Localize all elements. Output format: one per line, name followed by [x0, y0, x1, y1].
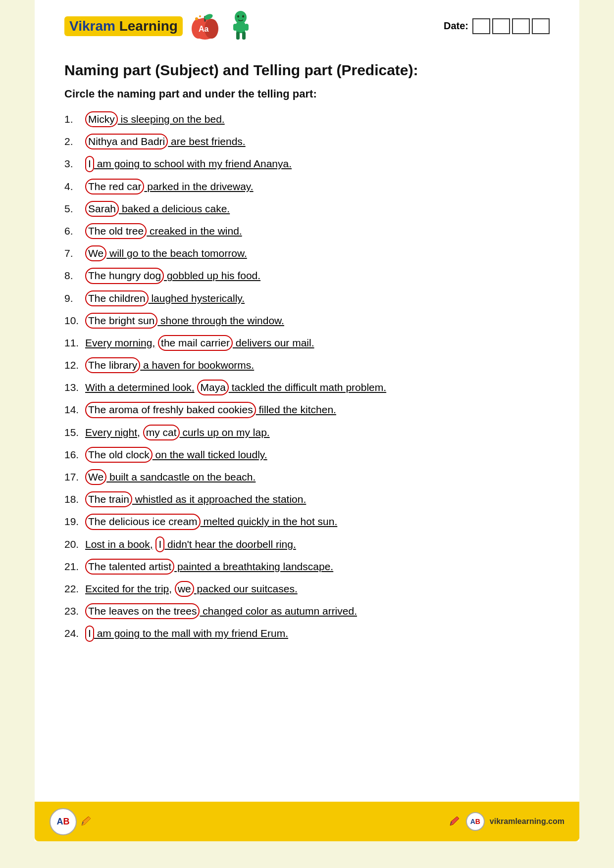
list-item: 14. The aroma of freshly baked cookies f…	[64, 402, 550, 418]
svg-rect-10	[233, 24, 237, 31]
predicate-underline: painted a breathtaking landscape.	[174, 561, 333, 572]
predicate-underline: are best friends.	[168, 136, 245, 147]
list-item: 5. Sarah baked a delicious cake.	[64, 201, 550, 217]
item-text: The leaves on the trees changed color as…	[85, 603, 550, 619]
item-num: 2.	[64, 134, 82, 149]
list-item: 22. Excited for the trip, we packed our …	[64, 581, 550, 597]
subject-circle: The train	[85, 491, 132, 507]
item-num: 19.	[64, 514, 82, 530]
list-item: 19. The delicious ice cream melted quick…	[64, 514, 550, 530]
subject-circle: we	[175, 581, 194, 597]
subject-circle: The leaves on the trees	[85, 603, 200, 619]
item-num: 8.	[64, 268, 82, 284]
subject-circle: I	[85, 626, 94, 641]
predicate-part1-underline: Every morning,	[85, 337, 155, 348]
item-text: We built a sandcastle on the beach.	[85, 469, 550, 485]
footer-ab-badge: A B	[50, 808, 77, 835]
svg-point-6	[195, 17, 198, 20]
item-text: Nithya and Badri are best friends.	[85, 134, 550, 149]
date-boxes	[472, 18, 550, 34]
date-box-4[interactable]	[532, 18, 550, 34]
subject-circle: The library	[85, 357, 140, 373]
predicate-part2-underline: packed our suitcases.	[194, 583, 298, 594]
list-item: 17. We built a sandcastle on the beach.	[64, 469, 550, 485]
logo-learning-text: Learning	[119, 18, 178, 34]
item-text: The red car parked in the driveway.	[85, 179, 550, 194]
item-num: 9.	[64, 290, 82, 306]
item-list: 1. Micky is sleeping on the bed. 2. Nith…	[64, 111, 550, 642]
predicate-part2-underline: didn't hear the doorbell ring.	[164, 538, 296, 550]
svg-point-15	[242, 15, 244, 18]
main-title: Naming part (Subject) and Telling part (…	[64, 62, 550, 79]
logo-block: Vikram Learning Aa	[64, 10, 255, 42]
svg-point-7	[199, 15, 201, 17]
date-label: Date:	[444, 20, 468, 32]
item-text: I am going to school with my friend Anan…	[85, 156, 550, 172]
predicate-part2-underline: tackled the difficult math problem.	[229, 382, 386, 393]
item-text: The old tree creaked in the wind.	[85, 223, 550, 239]
item-text: With a determined look, Maya tackled the…	[85, 380, 550, 395]
predicate-part1-underline: Lost in a book,	[85, 538, 153, 550]
item-num: 21.	[64, 559, 82, 575]
svg-marker-19	[450, 817, 459, 825]
list-item: 4. The red car parked in the driveway.	[64, 179, 550, 194]
predicate-part1-underline: Excited for the trip,	[85, 583, 172, 594]
item-text: The library a haven for bookworms.	[85, 357, 550, 373]
date-box-3[interactable]	[512, 18, 530, 34]
predicate-underline: whistled as it approached the station.	[132, 493, 306, 505]
list-item: 20. Lost in a book, I didn't hear the do…	[64, 536, 550, 552]
date-block: Date:	[444, 18, 550, 34]
item-num: 7.	[64, 245, 82, 261]
item-text: The aroma of freshly baked cookies fille…	[85, 402, 550, 418]
item-text: The delicious ice cream melted quickly i…	[85, 514, 550, 530]
item-num: 23.	[64, 603, 82, 619]
pencil-icon-2	[447, 815, 461, 828]
predicate-part1-underline: Every night,	[85, 427, 140, 438]
predicate-underline: a haven for bookworms.	[140, 359, 254, 371]
list-item: 15. Every night, my cat curls up on my l…	[64, 425, 550, 440]
item-num: 13.	[64, 380, 82, 395]
list-item: 2. Nithya and Badri are best friends.	[64, 134, 550, 149]
item-text: The hungry dog gobbled up his food.	[85, 268, 550, 284]
vikram-logo: Vikram Learning	[64, 16, 183, 36]
subject-circle: Maya	[197, 380, 228, 395]
subject-circle: The bright sun	[85, 313, 157, 329]
item-text: I am going to the mall with my friend Er…	[85, 626, 550, 641]
list-item: 10. The bright sun shone through the win…	[64, 313, 550, 329]
subject-circle: The children	[85, 290, 149, 306]
list-item: 8. The hungry dog gobbled up his food.	[64, 268, 550, 284]
predicate-underline: shone through the window.	[157, 315, 284, 326]
item-text: Lost in a book, I didn't hear the doorbe…	[85, 536, 550, 552]
footer-website: vikramlearning.com	[490, 817, 564, 826]
predicate-underline: am going to the mall with my friend Erum…	[94, 627, 288, 639]
item-num: 14.	[64, 402, 82, 418]
subject-circle: The hungry dog	[85, 268, 164, 284]
item-num: 6.	[64, 223, 82, 239]
footer-area: A B A B vikr	[35, 837, 579, 841]
list-item: 3. I am going to school with my friend A…	[64, 156, 550, 172]
predicate-underline: baked a delicious cake.	[119, 203, 230, 214]
date-box-1[interactable]	[472, 18, 490, 34]
svg-point-14	[237, 15, 239, 18]
svg-rect-13	[242, 32, 246, 40]
subject-circle: We	[85, 469, 106, 485]
date-box-2[interactable]	[492, 18, 510, 34]
item-text: Excited for the trip, we packed our suit…	[85, 581, 550, 597]
predicate-underline: melted quickly in the hot sun.	[201, 516, 338, 527]
apple-icon: Aa	[188, 10, 222, 42]
item-text: Every morning, the mail carrier delivers…	[85, 335, 550, 351]
predicate-underline: will go to the beach tomorrow.	[106, 247, 247, 259]
predicate-underline: changed color as autumn arrived.	[200, 605, 357, 617]
predicate-underline: am going to school with my friend Ananya…	[94, 158, 292, 169]
footer-b-letter: B	[63, 817, 70, 827]
subject-circle: the mail carrier	[158, 335, 233, 351]
item-num: 17.	[64, 469, 82, 485]
predicate-underline: laughed hysterically.	[149, 292, 245, 304]
predicate-underline: parked in the driveway.	[144, 181, 253, 192]
subject-circle: I	[155, 536, 164, 552]
list-item: 12. The library a haven for bookworms.	[64, 357, 550, 373]
predicate-underline: filled the kitchen.	[256, 404, 336, 415]
predicate-underline: built a sandcastle on the beach.	[106, 471, 256, 482]
item-num: 12.	[64, 357, 82, 373]
logo-vikram-text: Vikram	[69, 18, 115, 34]
